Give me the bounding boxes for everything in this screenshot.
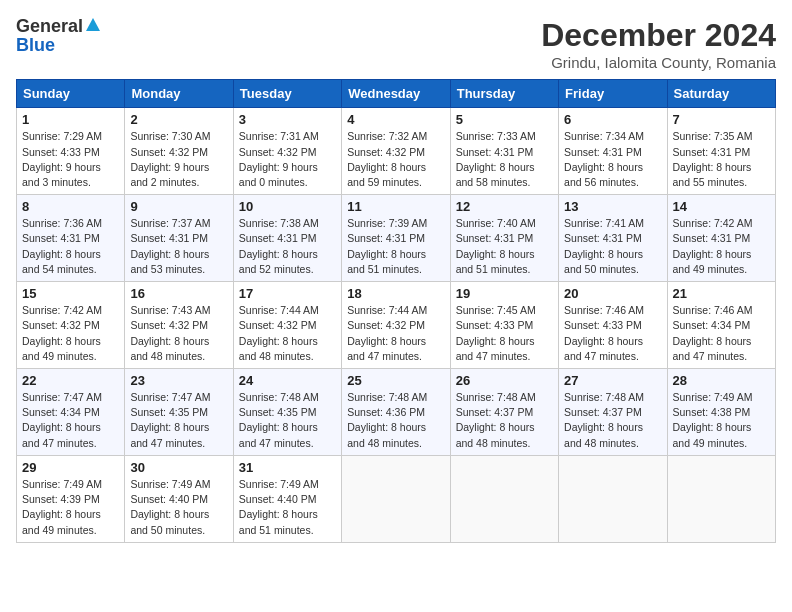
- day-detail: Sunrise: 7:39 AMSunset: 4:31 PMDaylight:…: [347, 216, 444, 277]
- calendar-header-sunday: Sunday: [17, 80, 125, 108]
- day-detail: Sunrise: 7:43 AMSunset: 4:32 PMDaylight:…: [130, 303, 227, 364]
- calendar-day-4: 4Sunrise: 7:32 AMSunset: 4:32 PMDaylight…: [342, 108, 450, 195]
- day-detail: Sunrise: 7:49 AMSunset: 4:38 PMDaylight:…: [673, 390, 770, 451]
- day-number: 27: [564, 373, 661, 388]
- calendar-day-11: 11Sunrise: 7:39 AMSunset: 4:31 PMDayligh…: [342, 195, 450, 282]
- day-detail: Sunrise: 7:37 AMSunset: 4:31 PMDaylight:…: [130, 216, 227, 277]
- calendar-day-29: 29Sunrise: 7:49 AMSunset: 4:39 PMDayligh…: [17, 455, 125, 542]
- day-number: 2: [130, 112, 227, 127]
- calendar-week-3: 15Sunrise: 7:42 AMSunset: 4:32 PMDayligh…: [17, 282, 776, 369]
- day-number: 23: [130, 373, 227, 388]
- calendar-body: 1Sunrise: 7:29 AMSunset: 4:33 PMDaylight…: [17, 108, 776, 542]
- day-detail: Sunrise: 7:48 AMSunset: 4:37 PMDaylight:…: [456, 390, 553, 451]
- calendar-day-8: 8Sunrise: 7:36 AMSunset: 4:31 PMDaylight…: [17, 195, 125, 282]
- day-detail: Sunrise: 7:44 AMSunset: 4:32 PMDaylight:…: [347, 303, 444, 364]
- day-detail: Sunrise: 7:35 AMSunset: 4:31 PMDaylight:…: [673, 129, 770, 190]
- calendar-day-15: 15Sunrise: 7:42 AMSunset: 4:32 PMDayligh…: [17, 282, 125, 369]
- calendar-day-18: 18Sunrise: 7:44 AMSunset: 4:32 PMDayligh…: [342, 282, 450, 369]
- day-detail: Sunrise: 7:42 AMSunset: 4:31 PMDaylight:…: [673, 216, 770, 277]
- calendar-header-friday: Friday: [559, 80, 667, 108]
- logo-arrow-icon: [86, 18, 100, 31]
- day-detail: Sunrise: 7:48 AMSunset: 4:36 PMDaylight:…: [347, 390, 444, 451]
- calendar-day-17: 17Sunrise: 7:44 AMSunset: 4:32 PMDayligh…: [233, 282, 341, 369]
- day-detail: Sunrise: 7:36 AMSunset: 4:31 PMDaylight:…: [22, 216, 119, 277]
- day-detail: Sunrise: 7:33 AMSunset: 4:31 PMDaylight:…: [456, 129, 553, 190]
- day-number: 15: [22, 286, 119, 301]
- calendar-day-13: 13Sunrise: 7:41 AMSunset: 4:31 PMDayligh…: [559, 195, 667, 282]
- calendar-day-31: 31Sunrise: 7:49 AMSunset: 4:40 PMDayligh…: [233, 455, 341, 542]
- day-detail: Sunrise: 7:46 AMSunset: 4:34 PMDaylight:…: [673, 303, 770, 364]
- calendar-day-21: 21Sunrise: 7:46 AMSunset: 4:34 PMDayligh…: [667, 282, 775, 369]
- page-title: December 2024: [541, 16, 776, 54]
- day-number: 8: [22, 199, 119, 214]
- calendar-day-22: 22Sunrise: 7:47 AMSunset: 4:34 PMDayligh…: [17, 369, 125, 456]
- empty-cell: [559, 455, 667, 542]
- day-number: 7: [673, 112, 770, 127]
- empty-cell: [667, 455, 775, 542]
- calendar-day-7: 7Sunrise: 7:35 AMSunset: 4:31 PMDaylight…: [667, 108, 775, 195]
- title-area: December 2024 Grindu, Ialomita County, R…: [541, 16, 776, 71]
- calendar-day-5: 5Sunrise: 7:33 AMSunset: 4:31 PMDaylight…: [450, 108, 558, 195]
- calendar-day-30: 30Sunrise: 7:49 AMSunset: 4:40 PMDayligh…: [125, 455, 233, 542]
- day-number: 26: [456, 373, 553, 388]
- day-detail: Sunrise: 7:44 AMSunset: 4:32 PMDaylight:…: [239, 303, 336, 364]
- day-detail: Sunrise: 7:48 AMSunset: 4:35 PMDaylight:…: [239, 390, 336, 451]
- day-detail: Sunrise: 7:49 AMSunset: 4:39 PMDaylight:…: [22, 477, 119, 538]
- logo: General Blue: [16, 16, 100, 56]
- day-number: 4: [347, 112, 444, 127]
- calendar-header-saturday: Saturday: [667, 80, 775, 108]
- calendar-day-14: 14Sunrise: 7:42 AMSunset: 4:31 PMDayligh…: [667, 195, 775, 282]
- day-number: 13: [564, 199, 661, 214]
- day-number: 25: [347, 373, 444, 388]
- day-number: 29: [22, 460, 119, 475]
- day-number: 20: [564, 286, 661, 301]
- calendar-header-monday: Monday: [125, 80, 233, 108]
- day-detail: Sunrise: 7:40 AMSunset: 4:31 PMDaylight:…: [456, 216, 553, 277]
- calendar-day-28: 28Sunrise: 7:49 AMSunset: 4:38 PMDayligh…: [667, 369, 775, 456]
- calendar-week-1: 1Sunrise: 7:29 AMSunset: 4:33 PMDaylight…: [17, 108, 776, 195]
- calendar-day-3: 3Sunrise: 7:31 AMSunset: 4:32 PMDaylight…: [233, 108, 341, 195]
- day-detail: Sunrise: 7:29 AMSunset: 4:33 PMDaylight:…: [22, 129, 119, 190]
- day-number: 12: [456, 199, 553, 214]
- empty-cell: [342, 455, 450, 542]
- calendar-header-thursday: Thursday: [450, 80, 558, 108]
- day-number: 9: [130, 199, 227, 214]
- calendar-week-4: 22Sunrise: 7:47 AMSunset: 4:34 PMDayligh…: [17, 369, 776, 456]
- day-number: 10: [239, 199, 336, 214]
- calendar-day-24: 24Sunrise: 7:48 AMSunset: 4:35 PMDayligh…: [233, 369, 341, 456]
- calendar-header-wednesday: Wednesday: [342, 80, 450, 108]
- calendar-header-tuesday: Tuesday: [233, 80, 341, 108]
- calendar-header-row: SundayMondayTuesdayWednesdayThursdayFrid…: [17, 80, 776, 108]
- day-number: 18: [347, 286, 444, 301]
- calendar-table: SundayMondayTuesdayWednesdayThursdayFrid…: [16, 79, 776, 542]
- calendar-day-10: 10Sunrise: 7:38 AMSunset: 4:31 PMDayligh…: [233, 195, 341, 282]
- day-number: 6: [564, 112, 661, 127]
- logo-general-text: General: [16, 16, 83, 37]
- day-number: 22: [22, 373, 119, 388]
- day-detail: Sunrise: 7:41 AMSunset: 4:31 PMDaylight:…: [564, 216, 661, 277]
- day-detail: Sunrise: 7:46 AMSunset: 4:33 PMDaylight:…: [564, 303, 661, 364]
- day-detail: Sunrise: 7:32 AMSunset: 4:32 PMDaylight:…: [347, 129, 444, 190]
- calendar-day-12: 12Sunrise: 7:40 AMSunset: 4:31 PMDayligh…: [450, 195, 558, 282]
- calendar-week-2: 8Sunrise: 7:36 AMSunset: 4:31 PMDaylight…: [17, 195, 776, 282]
- day-number: 30: [130, 460, 227, 475]
- calendar-day-25: 25Sunrise: 7:48 AMSunset: 4:36 PMDayligh…: [342, 369, 450, 456]
- day-detail: Sunrise: 7:47 AMSunset: 4:34 PMDaylight:…: [22, 390, 119, 451]
- day-number: 11: [347, 199, 444, 214]
- calendar-day-19: 19Sunrise: 7:45 AMSunset: 4:33 PMDayligh…: [450, 282, 558, 369]
- day-detail: Sunrise: 7:34 AMSunset: 4:31 PMDaylight:…: [564, 129, 661, 190]
- day-number: 17: [239, 286, 336, 301]
- day-number: 24: [239, 373, 336, 388]
- day-number: 21: [673, 286, 770, 301]
- day-number: 31: [239, 460, 336, 475]
- page-subtitle: Grindu, Ialomita County, Romania: [541, 54, 776, 71]
- day-detail: Sunrise: 7:49 AMSunset: 4:40 PMDaylight:…: [130, 477, 227, 538]
- calendar-week-5: 29Sunrise: 7:49 AMSunset: 4:39 PMDayligh…: [17, 455, 776, 542]
- calendar-day-27: 27Sunrise: 7:48 AMSunset: 4:37 PMDayligh…: [559, 369, 667, 456]
- calendar-day-2: 2Sunrise: 7:30 AMSunset: 4:32 PMDaylight…: [125, 108, 233, 195]
- day-number: 14: [673, 199, 770, 214]
- logo-blue-text: Blue: [16, 35, 55, 56]
- calendar-day-23: 23Sunrise: 7:47 AMSunset: 4:35 PMDayligh…: [125, 369, 233, 456]
- day-number: 5: [456, 112, 553, 127]
- day-detail: Sunrise: 7:31 AMSunset: 4:32 PMDaylight:…: [239, 129, 336, 190]
